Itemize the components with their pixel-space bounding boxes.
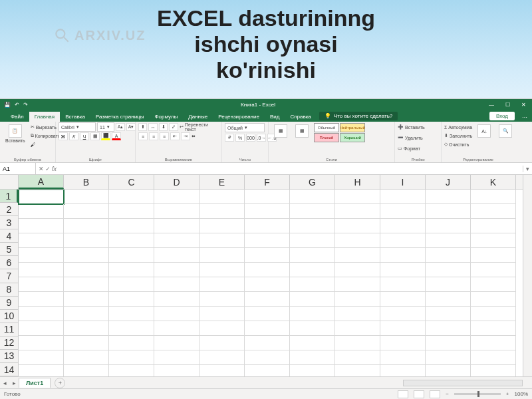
tab-insert[interactable]: Вставка <box>60 112 90 122</box>
cell[interactable] <box>109 190 154 204</box>
cell[interactable] <box>154 263 200 277</box>
cell[interactable] <box>64 307 109 321</box>
align-left-button[interactable]: ≡ <box>138 132 148 140</box>
cell[interactable] <box>335 350 380 365</box>
cell[interactable] <box>335 190 380 204</box>
row-header[interactable]: 12 <box>0 336 18 350</box>
cell[interactable] <box>200 190 245 204</box>
cell[interactable] <box>109 307 154 321</box>
cell[interactable] <box>19 292 64 307</box>
cell[interactable] <box>154 190 200 204</box>
cell[interactable] <box>64 219 109 233</box>
increase-indent-button[interactable]: ⇥ <box>181 132 190 140</box>
delete-cells-button[interactable]: ➖Удалить <box>398 134 423 142</box>
align-right-button[interactable]: ≡ <box>160 132 169 140</box>
fill-button[interactable]: ⬇Заполнить <box>444 132 472 140</box>
cell[interactable] <box>245 292 290 307</box>
font-color-button[interactable]: A <box>112 132 121 140</box>
cell[interactable] <box>245 350 290 365</box>
cell[interactable] <box>426 248 471 263</box>
tab-page-layout[interactable]: Разметка страницы <box>90 112 150 122</box>
cell[interactable] <box>380 204 426 219</box>
cell[interactable] <box>471 277 516 292</box>
expand-formula-bar-icon[interactable]: ▾ <box>523 166 532 172</box>
style-bad[interactable]: Плохой <box>314 133 339 142</box>
cell[interactable] <box>426 277 471 292</box>
cell[interactable] <box>200 219 245 233</box>
row-header[interactable]: 6 <box>0 256 18 269</box>
cell[interactable] <box>290 307 335 321</box>
column-header[interactable]: J <box>426 175 471 189</box>
cell[interactable] <box>109 263 154 277</box>
cell[interactable] <box>200 248 245 263</box>
close-button[interactable]: ✕ <box>516 100 531 109</box>
cell[interactable] <box>245 233 290 248</box>
cell[interactable] <box>290 277 335 292</box>
cell[interactable] <box>200 350 245 365</box>
row-header[interactable]: 8 <box>0 283 18 297</box>
select-all-corner[interactable] <box>0 175 19 190</box>
cell[interactable] <box>426 190 471 204</box>
cell[interactable] <box>245 190 290 204</box>
cell[interactable] <box>380 277 426 292</box>
cell[interactable] <box>245 248 290 263</box>
vertical-scrollbar[interactable] <box>523 175 532 376</box>
cell[interactable] <box>380 307 426 321</box>
cell[interactable] <box>109 248 154 263</box>
row-header[interactable]: 14 <box>0 363 18 376</box>
cell[interactable] <box>154 292 200 307</box>
maximize-button[interactable]: ☐ <box>500 100 515 109</box>
border-button[interactable]: ▦ <box>90 132 100 140</box>
tell-me-search[interactable]: 💡 Что вы хотите сделать? <box>319 112 398 120</box>
decrease-font-button[interactable]: A▾ <box>126 123 136 131</box>
cell[interactable] <box>471 219 516 233</box>
cell[interactable] <box>380 248 426 263</box>
style-good[interactable]: Хороший <box>340 133 365 142</box>
paste-button[interactable]: 📋 Вставить <box>3 123 28 144</box>
column-header[interactable]: D <box>154 175 200 189</box>
view-normal-button[interactable] <box>398 390 408 398</box>
cell[interactable] <box>109 219 154 233</box>
name-box[interactable]: A1 <box>0 163 36 174</box>
cell[interactable] <box>471 204 516 219</box>
cell[interactable] <box>290 233 335 248</box>
row-header[interactable]: 1 <box>0 190 18 203</box>
cell[interactable] <box>245 365 290 376</box>
cell[interactable] <box>335 277 380 292</box>
cell[interactable] <box>154 219 200 233</box>
cell[interactable] <box>290 219 335 233</box>
cell[interactable] <box>109 204 154 219</box>
cell[interactable] <box>64 292 109 307</box>
align-middle-button[interactable]: ↔ <box>148 123 157 131</box>
save-icon[interactable]: 💾 <box>4 102 11 108</box>
cell[interactable] <box>154 321 200 336</box>
cell[interactable] <box>19 204 64 219</box>
style-neutral[interactable]: Нейтральный <box>340 123 365 132</box>
row-header[interactable]: 2 <box>0 203 18 216</box>
align-center-button[interactable]: ≡ <box>149 132 158 140</box>
cell[interactable] <box>471 248 516 263</box>
cell[interactable] <box>335 263 380 277</box>
cell[interactable] <box>19 190 64 204</box>
cell[interactable] <box>64 321 109 336</box>
italic-button[interactable]: К <box>69 132 78 140</box>
column-header[interactable]: B <box>64 175 109 189</box>
cell[interactable] <box>380 263 426 277</box>
style-normal[interactable]: Обычный <box>314 123 339 132</box>
bold-button[interactable]: Ж <box>59 132 68 140</box>
sheet-tab[interactable]: Лист1 <box>19 378 51 388</box>
cell[interactable] <box>290 190 335 204</box>
cell[interactable] <box>290 263 335 277</box>
cell[interactable] <box>380 190 426 204</box>
cell[interactable] <box>64 365 109 376</box>
merge-center-button[interactable]: ⬌ <box>192 132 196 140</box>
cell[interactable] <box>471 336 516 350</box>
ribbon-options-icon[interactable]: ⋯ <box>517 112 532 122</box>
cancel-formula-icon[interactable]: ✕ <box>39 166 44 172</box>
cell[interactable] <box>200 233 245 248</box>
cell[interactable] <box>154 233 200 248</box>
conditional-formatting-button[interactable]: ▦ <box>271 123 290 139</box>
increase-decimal-button[interactable]: .0→ <box>257 134 266 142</box>
cell[interactable] <box>471 365 516 376</box>
autosum-button[interactable]: ΣАвтосумма <box>444 123 472 131</box>
